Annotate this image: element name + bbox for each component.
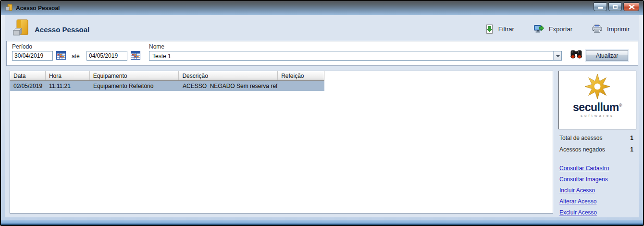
brand-name: secullum®: [559, 101, 636, 113]
column-header-hora[interactable]: Hora: [46, 71, 90, 80]
column-header-descricao[interactable]: Descrição: [179, 71, 278, 80]
access-module-icon: [12, 19, 30, 39]
stat-acessos-negados: Acessos negados 1: [559, 146, 633, 158]
column-header-equipamento[interactable]: Equipamento: [90, 71, 179, 80]
binoculars-icon: [570, 49, 583, 59]
printer-icon: [592, 25, 603, 34]
cell-data: 02/05/2019: [10, 81, 46, 91]
stat-label: Total de acessos: [559, 135, 602, 146]
cell-refeicao: [278, 81, 324, 91]
date-to-input[interactable]: [87, 51, 127, 61]
refresh-button[interactable]: Atualizar: [586, 50, 628, 61]
calendar-icon: [56, 51, 66, 60]
window-icon: [5, 4, 13, 13]
content-area: Acesso Pessoal Filtrar Exportar: [5, 15, 639, 217]
date-from-calendar-button[interactable]: [56, 51, 66, 60]
until-label: até: [72, 53, 80, 60]
filter-button[interactable]: Filtrar: [485, 25, 514, 34]
action-links: Consultar Cadastro Consultar Imagens Inc…: [559, 165, 609, 220]
filter-button-label: Filtrar: [498, 25, 514, 33]
toolbar: Filtrar Exportar: [485, 25, 630, 34]
cell-descricao: ACESSO NEGADO Sem reserva ref.: [179, 81, 278, 91]
app-window: Acesso Pessoal: [0, 0, 644, 226]
monitor-arrow-icon: [533, 25, 545, 34]
access-table: Data Hora Equipamento Descrição Refeição…: [10, 71, 553, 213]
date-to-calendar-button[interactable]: [131, 51, 140, 60]
secullum-logo: secullum® softwares: [558, 71, 636, 129]
titlebar[interactable]: Acesso Pessoal: [1, 1, 643, 15]
table-header: Data Hora Equipamento Descrição Refeição: [10, 71, 324, 81]
stat-label: Acessos negados: [559, 146, 605, 158]
maximize-icon: [613, 5, 618, 9]
stat-value: 1: [630, 146, 633, 158]
close-icon: [624, 3, 640, 12]
sidebar: secullum® softwares Total de acessos 1 A…: [557, 71, 638, 213]
name-combobox-value: Teste 1: [152, 53, 171, 60]
link-alterar-acesso[interactable]: Alterar Acesso: [559, 198, 609, 205]
document-green-arrow-icon: [485, 25, 494, 34]
link-incluir-acesso[interactable]: Incluir Acesso: [559, 187, 609, 194]
table-row[interactable]: 02/05/2019 11:11:21 Equipamento Refeitór…: [10, 81, 324, 91]
name-label: Nome: [149, 43, 164, 50]
gold-star-icon: [584, 74, 610, 100]
filter-panel: Período até: [6, 41, 638, 66]
window-frame-accent: [1, 220, 643, 224]
export-button[interactable]: Exportar: [533, 25, 572, 34]
window-frame-edge: [1, 224, 643, 225]
brand-tagline: softwares: [559, 113, 636, 118]
page-title: Acesso Pessoal: [35, 25, 89, 34]
minimize-icon: [598, 7, 603, 9]
cell-equipamento: Equipamento Refeitório: [90, 81, 179, 91]
maximize-button[interactable]: [608, 2, 622, 11]
link-consultar-cadastro[interactable]: Consultar Cadastro: [559, 165, 609, 172]
period-label: Período: [12, 43, 32, 50]
column-header-data[interactable]: Data: [10, 71, 46, 80]
column-header-refeicao[interactable]: Refeição: [278, 71, 324, 80]
registered-mark: ®: [619, 103, 622, 108]
close-button[interactable]: [623, 2, 639, 11]
link-consultar-imagens[interactable]: Consultar Imagens: [559, 176, 609, 183]
stats-panel: Total de acessos 1 Acessos negados 1: [559, 135, 633, 158]
chevron-down-icon[interactable]: [553, 51, 561, 60]
date-from-input[interactable]: [12, 51, 53, 61]
link-excluir-acesso[interactable]: Excluir Acesso: [559, 209, 609, 216]
cell-hora: 11:11:21: [46, 81, 90, 91]
print-button-label: Imprimir: [607, 25, 630, 33]
stat-total-acessos: Total de acessos 1: [559, 135, 633, 146]
print-button[interactable]: Imprimir: [592, 25, 630, 34]
name-combobox[interactable]: Teste 1: [149, 51, 562, 61]
window-title: Acesso Pessoal: [16, 5, 60, 12]
calendar-icon: [131, 51, 140, 60]
export-button-label: Exportar: [549, 25, 572, 33]
search-person-button[interactable]: [570, 49, 583, 59]
stat-value: 1: [630, 135, 633, 146]
minimize-button[interactable]: [594, 2, 607, 11]
